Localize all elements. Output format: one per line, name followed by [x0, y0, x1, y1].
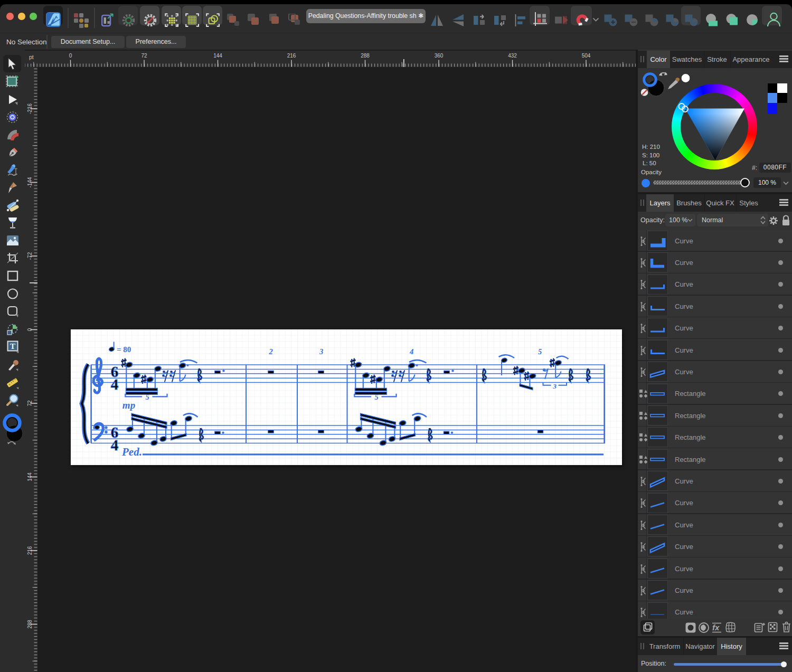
svg-text:2: 2: [268, 347, 272, 356]
svg-text:T: T: [10, 342, 15, 351]
svg-text:360: 360: [435, 53, 444, 59]
svg-text:144: 144: [27, 472, 33, 481]
svg-text:3: 3: [552, 382, 557, 390]
svg-text:mp: mp: [122, 400, 135, 411]
svg-text:-72: -72: [27, 252, 33, 260]
svg-text:0: 0: [27, 328, 33, 331]
svg-text:4: 4: [111, 376, 119, 393]
svg-text:-216: -216: [27, 103, 33, 114]
svg-text:pt: pt: [29, 54, 34, 60]
svg-text:Ped.: Ped.: [121, 446, 142, 458]
svg-text:3: 3: [319, 347, 323, 356]
svg-text:4: 4: [409, 347, 413, 356]
svg-text:4: 4: [111, 437, 119, 453]
svg-text:72: 72: [27, 400, 33, 406]
svg-text:-144: -144: [27, 177, 33, 187]
svg-text:0: 0: [69, 53, 72, 59]
svg-text:72: 72: [141, 53, 147, 59]
svg-text:288: 288: [361, 53, 370, 59]
svg-text:fx: fx: [712, 623, 720, 632]
svg-text:432: 432: [508, 53, 517, 59]
svg-text:= 80: = 80: [117, 345, 131, 354]
svg-text:5: 5: [538, 347, 542, 356]
svg-text:216: 216: [27, 546, 33, 555]
svg-text:288: 288: [27, 620, 33, 629]
svg-text:144: 144: [213, 53, 222, 59]
svg-text:504: 504: [582, 53, 591, 59]
svg-text:216: 216: [287, 53, 296, 59]
